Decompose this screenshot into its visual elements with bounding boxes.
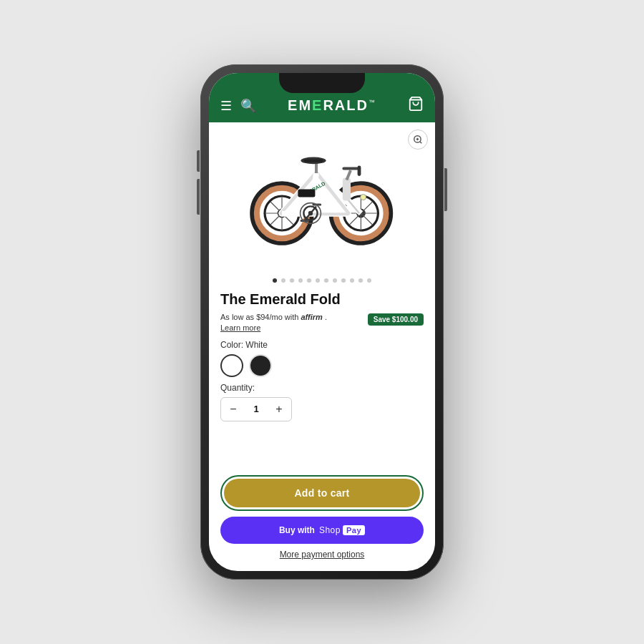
carousel-dot-5[interactable] <box>307 278 311 283</box>
affirm-dot: . <box>325 313 327 321</box>
color-section: Color: White <box>220 340 424 377</box>
power-button <box>444 168 447 211</box>
more-payment-options[interactable]: More payment options <box>220 550 424 560</box>
affirm-text: As low as $94/mo with affirm . Learn mor… <box>220 312 342 334</box>
buy-with-label: Buy with <box>279 525 315 535</box>
carousel-dot-4[interactable] <box>298 278 303 283</box>
carousel-dots <box>209 273 435 288</box>
screen-content: ☰ 🔍 EMERALD™ <box>209 73 435 571</box>
add-to-cart-wrapper: Add to cart <box>220 475 424 511</box>
carousel-dot-6[interactable] <box>316 278 320 283</box>
carousel-dot-11[interactable] <box>358 278 363 283</box>
menu-icon[interactable]: ☰ <box>220 98 232 114</box>
add-to-cart-button[interactable]: Add to cart <box>224 479 420 507</box>
carousel-dot-3[interactable] <box>290 278 294 283</box>
quantity-increase-button[interactable]: + <box>267 398 291 421</box>
carousel-dot-2[interactable] <box>281 278 286 283</box>
affirm-brand: affirm <box>301 313 323 321</box>
quantity-decrease-button[interactable]: − <box>221 398 245 421</box>
affirm-learn-more[interactable]: Learn more <box>220 323 260 332</box>
color-swatch-white[interactable] <box>220 354 243 377</box>
save-badge: Save $100.00 <box>368 313 424 326</box>
svg-line-2 <box>420 142 422 144</box>
volume-down-button <box>197 179 200 215</box>
product-image: EMERALD <box>236 133 408 262</box>
volume-up-button <box>197 150 200 172</box>
svg-rect-45 <box>298 189 315 197</box>
product-image-area: EMERALD <box>209 122 435 273</box>
quantity-section: Quantity: − 1 + <box>220 383 424 421</box>
affirm-row: As low as $94/mo with affirm . Learn mor… <box>220 312 424 334</box>
cart-icon[interactable] <box>408 96 424 115</box>
carousel-dot-1[interactable] <box>273 278 277 283</box>
brand-logo: EMERALD™ <box>288 97 376 114</box>
carousel-dot-8[interactable] <box>333 278 337 283</box>
phone-frame: ☰ 🔍 EMERALD™ <box>200 64 444 580</box>
affirm-prefix: As low as $94/mo with <box>220 313 298 321</box>
carousel-dot-9[interactable] <box>341 278 346 283</box>
shop-pay-logo: Shop Pay <box>319 525 365 535</box>
color-label: Color: White <box>220 340 424 350</box>
carousel-dot-12[interactable] <box>367 278 371 283</box>
svg-rect-30 <box>303 160 323 162</box>
header-left: ☰ 🔍 <box>220 98 256 114</box>
quantity-control: − 1 + <box>220 397 292 421</box>
color-swatch-black[interactable] <box>249 354 272 377</box>
color-options <box>220 354 424 377</box>
carousel-dot-7[interactable] <box>324 278 328 283</box>
search-icon[interactable]: 🔍 <box>240 98 256 114</box>
product-info: The Emerald Fold As low as $94/mo with a… <box>209 288 435 469</box>
svg-line-34 <box>346 170 351 180</box>
shop-pay-button[interactable]: Buy with Shop Pay <box>220 517 424 544</box>
svg-point-46 <box>361 195 366 200</box>
carousel-dot-10[interactable] <box>350 278 354 283</box>
quantity-value: 1 <box>245 404 267 414</box>
quantity-label: Quantity: <box>220 383 424 393</box>
phone-screen: ☰ 🔍 EMERALD™ <box>209 73 435 571</box>
zoom-button[interactable] <box>408 130 428 150</box>
notch <box>279 73 365 93</box>
bottom-actions: Add to cart Buy with Shop Pay More payme… <box>209 469 435 571</box>
product-title: The Emerald Fold <box>220 291 424 308</box>
svg-rect-33 <box>343 177 351 200</box>
